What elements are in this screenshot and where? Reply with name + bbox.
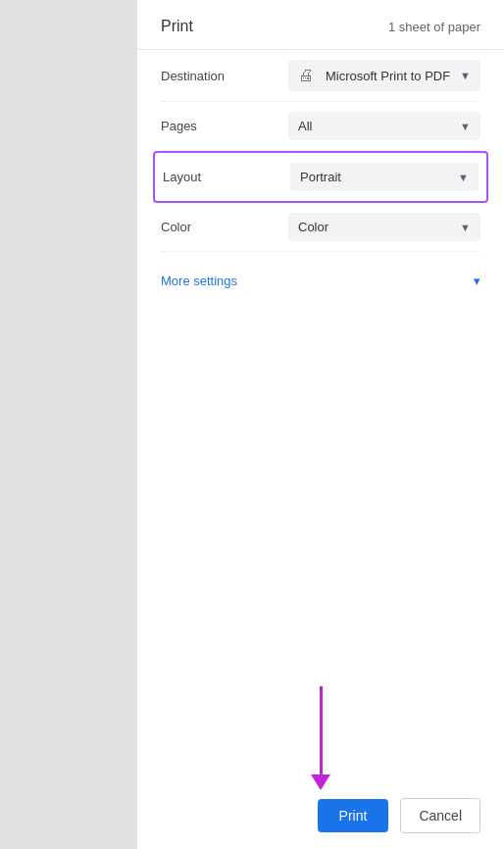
layout-control[interactable]: Portrait ▼ xyxy=(290,163,479,191)
pages-select-inner: All xyxy=(298,119,312,133)
dialog-header: Print 1 sheet of paper xyxy=(137,0,504,50)
arrow-annotation xyxy=(311,686,330,790)
dialog-title: Print xyxy=(161,18,193,35)
color-select[interactable]: Color ▼ xyxy=(288,213,480,241)
color-row: Color Color ▼ xyxy=(161,203,480,252)
arrow-line xyxy=(320,686,323,774)
dialog-footer: Print Cancel xyxy=(137,782,504,849)
pages-value: All xyxy=(298,119,312,133)
pages-control[interactable]: All ▼ xyxy=(288,112,480,140)
layout-chevron-icon: ▼ xyxy=(458,172,469,183)
pages-select[interactable]: All ▼ xyxy=(288,112,480,140)
pages-label: Pages xyxy=(161,119,288,133)
destination-label: Destination xyxy=(161,69,288,83)
color-select-inner: Color xyxy=(298,220,328,234)
more-settings-label: More settings xyxy=(161,274,237,288)
more-settings-chevron-icon: ▾ xyxy=(474,274,480,288)
layout-select-inner: Portrait xyxy=(300,170,341,184)
more-settings-row[interactable]: More settings ▾ xyxy=(161,260,480,302)
destination-select[interactable]: 🖨 Microsoft Print to PDF ▼ xyxy=(288,60,480,91)
layout-select[interactable]: Portrait ▼ xyxy=(290,163,479,191)
printer-icon: 🖨 xyxy=(298,67,314,84)
destination-row: Destination 🖨 Microsoft Print to PDF ▼ xyxy=(161,50,480,102)
layout-value: Portrait xyxy=(300,170,341,184)
destination-value: Microsoft Print to PDF xyxy=(326,69,450,83)
settings-area: Destination 🖨 Microsoft Print to PDF ▼ P… xyxy=(137,50,504,782)
destination-chevron-icon: ▼ xyxy=(460,70,471,81)
color-control[interactable]: Color ▼ xyxy=(288,213,480,241)
sidebar xyxy=(0,0,137,849)
destination-control[interactable]: 🖨 Microsoft Print to PDF ▼ xyxy=(288,60,480,91)
color-chevron-icon: ▼ xyxy=(460,222,471,233)
print-button[interactable]: Print xyxy=(318,799,389,832)
destination-select-inner: 🖨 Microsoft Print to PDF xyxy=(298,67,450,84)
layout-label: Layout xyxy=(163,170,290,184)
sheets-info: 1 sheet of paper xyxy=(388,20,480,34)
color-label: Color xyxy=(161,220,288,234)
print-dialog: Print 1 sheet of paper Destination 🖨 Mic… xyxy=(137,0,504,849)
cancel-button[interactable]: Cancel xyxy=(400,798,480,833)
layout-row: Layout Portrait ▼ xyxy=(153,151,488,203)
color-value: Color xyxy=(298,220,328,234)
pages-row: Pages All ▼ xyxy=(161,102,480,151)
pages-chevron-icon: ▼ xyxy=(460,121,471,132)
